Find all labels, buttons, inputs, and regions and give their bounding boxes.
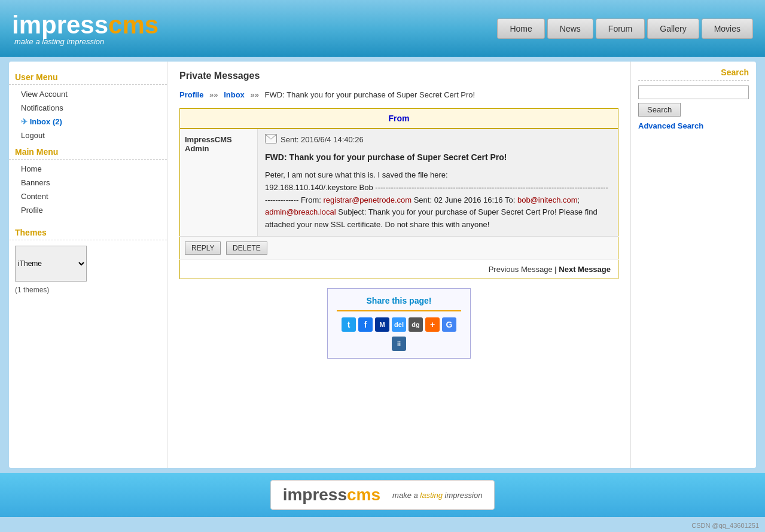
search-panel: Search Search Advanced Search — [630, 62, 756, 468]
message-actions-row: REPLY DELETE — [180, 236, 618, 259]
sidebar-item-inbox[interactable]: Inbox (2) — [9, 115, 167, 129]
footer-tagline-impression: impression — [443, 491, 482, 500]
message-nav-row: Previous Message | Next Message — [180, 259, 618, 279]
themes-heading: Themes — [9, 223, 167, 240]
message-table: From ImpressCMS Admin — [179, 108, 618, 279]
breadcrumb-sep1: »» — [209, 90, 218, 99]
email-admin: admin@breach.local — [265, 207, 336, 216]
myspace-share-icon[interactable]: M — [375, 317, 389, 332]
previous-message-link[interactable]: Previous Message — [489, 265, 553, 274]
breadcrumb-inbox[interactable]: Inbox — [224, 90, 245, 99]
main-wrapper: User Menu View Account Notifications Inb… — [9, 62, 756, 468]
twitter-share-icon[interactable]: t — [342, 317, 356, 332]
message-body-line1: Peter, I am not sure what this is. I sav… — [265, 170, 608, 229]
footer: impresscms make a lasting impression — [0, 473, 765, 517]
nav-forum[interactable]: Forum — [596, 19, 645, 39]
footer-tagline: make a lasting impression — [392, 491, 482, 500]
logo-impress: impress — [12, 11, 108, 39]
sidebar-item-profile[interactable]: Profile — [9, 203, 167, 217]
footer-logo: impresscms make a lasting impression — [270, 480, 495, 510]
breadcrumb-profile[interactable]: Profile — [179, 90, 203, 99]
page-title: Private Messages — [179, 71, 618, 81]
share-icons: t f M del dg + G ii — [337, 317, 461, 351]
nav-news[interactable]: News — [547, 19, 593, 39]
next-message-link[interactable]: Next Message — [559, 265, 611, 274]
message-sent-line: Sent: 2016/6/4 14:40:26 — [265, 134, 611, 145]
content-area: Private Messages Profile »» Inbox »» FWD… — [167, 62, 630, 468]
google-share-icon[interactable]: G — [442, 317, 456, 332]
share-title: Share this page! — [337, 296, 461, 305]
sidebar-item-content[interactable]: Content — [9, 189, 167, 203]
advanced-search-link[interactable]: Advanced Search — [638, 121, 749, 130]
breadcrumb: Profile »» Inbox »» FWD: Thank you for y… — [179, 90, 618, 99]
footer-logo-impress: impress — [283, 485, 347, 504]
main-menu-heading: Main Menu — [9, 142, 167, 160]
nav-gallery[interactable]: Gallery — [647, 19, 699, 39]
sidebar-item-view-account[interactable]: View Account — [9, 87, 167, 101]
email-bob: bob@initech.com — [517, 195, 578, 204]
logo-tagline: make a lasting impression — [14, 37, 159, 46]
share-divider — [337, 310, 461, 311]
mail-icon — [265, 134, 277, 145]
message-row: ImpressCMS Admin Sent: 2016/6/4 14:40:26 — [180, 129, 618, 236]
logo: impresscms — [12, 11, 159, 39]
delicious-share-icon[interactable]: del — [392, 317, 406, 332]
message-body: Peter, I am not sure what this is. I sav… — [265, 169, 611, 231]
message-subject: FWD: Thank you for your purchase of Supe… — [265, 152, 611, 162]
nav-movies[interactable]: Movies — [702, 19, 753, 39]
share-section: Share this page! t f M del dg + G ii — [327, 288, 471, 359]
logo-area: impresscms make a lasting impression — [12, 11, 159, 46]
from-heading: From — [180, 109, 618, 129]
sidebar: User Menu View Account Notifications Inb… — [9, 62, 167, 468]
message-sender: ImpressCMS Admin — [180, 129, 258, 236]
sidebar-item-logout[interactable]: Logout — [9, 129, 167, 142]
breadcrumb-current: FWD: Thank you for your purchase of Supe… — [265, 90, 476, 99]
footer-tagline-make: make a — [392, 491, 420, 500]
theme-select[interactable]: iTheme — [15, 246, 87, 282]
logo-cms: cms — [108, 11, 159, 39]
themes-section: Themes iTheme (1 themes) — [9, 223, 167, 295]
message-actions-cell: REPLY DELETE — [180, 236, 618, 259]
email-registrar: registrar@penetrode.com — [323, 195, 412, 204]
user-menu-heading: User Menu — [9, 68, 167, 85]
message-nav-cell: Previous Message | Next Message — [180, 259, 618, 279]
breadcrumb-sep2: »» — [250, 90, 258, 99]
header: impresscms make a lasting impression Hom… — [0, 0, 765, 57]
delete-button[interactable]: DELETE — [226, 241, 267, 255]
nav-menu: Home News Forum Gallery Movies — [497, 19, 753, 39]
sidebar-item-notifications[interactable]: Notifications — [9, 101, 167, 115]
theme-count: (1 themes) — [9, 285, 167, 295]
reply-button[interactable]: REPLY — [185, 241, 221, 255]
nav-home[interactable]: Home — [497, 19, 544, 39]
search-button[interactable]: Search — [638, 103, 681, 117]
diigo-share-icon[interactable]: ii — [392, 337, 406, 351]
search-input[interactable] — [638, 85, 749, 99]
sidebar-item-main-home[interactable]: Home — [9, 162, 167, 176]
footer-tagline-lasting: lasting — [420, 491, 443, 500]
theme-select-wrapper: iTheme — [9, 243, 167, 285]
sidebar-item-banners[interactable]: Banners — [9, 176, 167, 189]
search-heading: Search — [638, 68, 749, 81]
message-sent-text: Sent: 2016/6/4 14:40:26 — [281, 135, 364, 144]
addthis-share-icon[interactable]: + — [425, 317, 440, 332]
message-content: Sent: 2016/6/4 14:40:26 FWD: Thank you f… — [258, 129, 618, 236]
facebook-share-icon[interactable]: f — [358, 317, 373, 332]
footer-logo-cms: cms — [347, 485, 380, 504]
digg-share-icon[interactable]: dg — [409, 317, 423, 332]
footer-logo-text: impresscms — [283, 485, 380, 505]
